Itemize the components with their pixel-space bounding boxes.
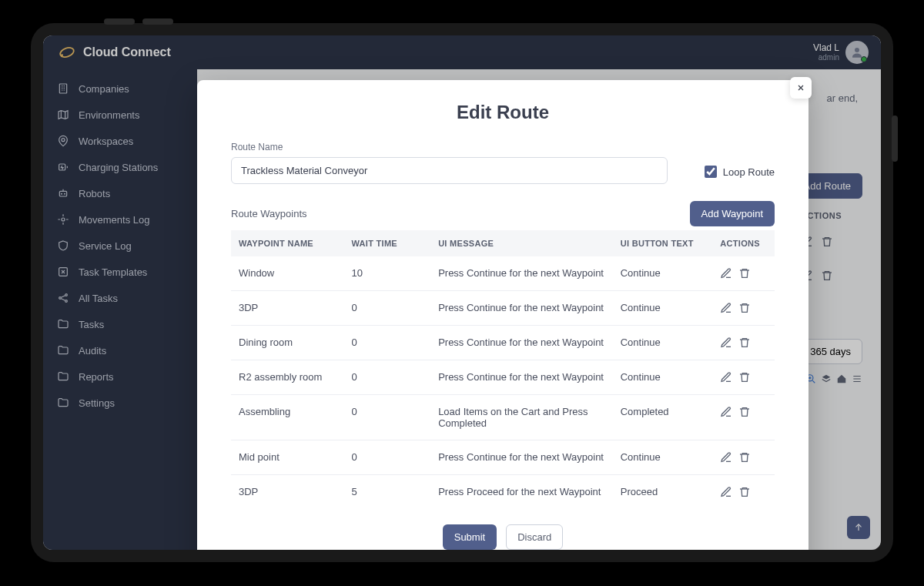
waypoint-msg: Press Continue for the next Waypoint [430, 440, 613, 475]
modal-title: Edit Route [231, 102, 775, 123]
waypoints-table: WAYPOINT NAME WAIT TIME UI MESSAGE UI BU… [231, 230, 775, 509]
waypoint-msg: Press Continue for the next Waypoint [430, 291, 613, 326]
table-row: 3DP0Press Continue for the next Waypoint… [231, 291, 775, 326]
table-row: R2 assembly room0Press Continue for the … [231, 360, 775, 395]
loop-route-checkbox[interactable]: Loop Route [705, 166, 775, 184]
edit-icon[interactable] [720, 451, 732, 464]
loop-route-input[interactable] [705, 166, 717, 178]
trash-icon[interactable] [738, 302, 751, 314]
waypoint-msg: Press Continue for the next Waypoint [430, 326, 613, 360]
waypoint-wait: 0 [343, 395, 430, 440]
screen: Cloud Connect Vlad L admin CompaniesEnvi… [43, 35, 881, 550]
waypoint-wait: 0 [343, 291, 430, 326]
route-name-input[interactable] [231, 157, 668, 184]
waypoint-wait: 5 [343, 475, 430, 510]
waypoint-msg: Load Items on the Cart and Press Complet… [430, 395, 613, 440]
submit-button[interactable]: Submit [443, 524, 497, 550]
waypoint-btn: Continue [613, 440, 713, 475]
edit-icon[interactable] [720, 406, 732, 418]
col-waypoint-name: WAYPOINT NAME [231, 230, 343, 256]
waypoint-name: Assembling [231, 395, 343, 440]
waypoint-btn: Proceed [613, 475, 713, 510]
col-ui-button: UI BUTTON TEXT [613, 230, 713, 256]
waypoint-wait: 0 [343, 326, 430, 360]
add-waypoint-button[interactable]: Add Waypoint [690, 201, 775, 226]
waypoint-name: 3DP [231, 291, 343, 326]
waypoint-btn: Continue [613, 291, 713, 326]
waypoint-btn: Continue [613, 326, 713, 360]
waypoint-wait: 0 [343, 440, 430, 475]
waypoint-wait: 10 [343, 256, 430, 291]
table-row: Assembling0Load Items on the Cart and Pr… [231, 395, 775, 440]
trash-icon[interactable] [738, 267, 751, 280]
tablet-frame: Cloud Connect Vlad L admin CompaniesEnvi… [31, 23, 893, 562]
tablet-hw-button [142, 18, 173, 25]
col-wait-time: WAIT TIME [343, 230, 430, 256]
discard-button[interactable]: Discard [506, 524, 563, 550]
waypoint-msg: Press Continue for the next Waypoint [430, 360, 613, 395]
edit-icon[interactable] [720, 267, 732, 280]
waypoint-btn: Continue [613, 360, 713, 395]
edit-icon[interactable] [720, 302, 732, 314]
waypoint-btn: Continue [613, 256, 713, 291]
table-row: Dining room0Press Continue for the next … [231, 326, 775, 360]
tablet-hw-button [104, 18, 135, 25]
table-row: Mid point0Press Continue for the next Wa… [231, 440, 775, 475]
edit-route-modal: Edit Route Route Name Loop Route Route W… [197, 80, 808, 550]
trash-icon[interactable] [738, 337, 751, 349]
waypoint-name: 3DP [231, 475, 343, 510]
waypoint-btn: Completed [613, 395, 713, 440]
close-button[interactable] [790, 77, 812, 99]
waypoint-name: Mid point [231, 440, 343, 475]
trash-icon[interactable] [738, 406, 751, 418]
table-row: 3DP5Press Proceed for the next WaypointP… [231, 475, 775, 510]
edit-icon[interactable] [720, 337, 732, 349]
waypoint-name: R2 assembly room [231, 360, 343, 395]
col-ui-message: UI MESSAGE [430, 230, 613, 256]
waypoint-msg: Press Proceed for the next Waypoint [430, 475, 613, 510]
waypoint-wait: 0 [343, 360, 430, 395]
trash-icon[interactable] [738, 486, 751, 498]
route-name-label: Route Name [231, 142, 668, 152]
edit-icon[interactable] [720, 486, 732, 498]
waypoint-msg: Press Continue for the next Waypoint [430, 256, 613, 291]
col-actions: ACTIONS [712, 230, 775, 256]
tablet-hw-button [892, 116, 898, 162]
trash-icon[interactable] [738, 371, 751, 383]
waypoint-name: Window [231, 256, 343, 291]
waypoint-name: Dining room [231, 326, 343, 360]
edit-icon[interactable] [720, 371, 732, 383]
trash-icon[interactable] [738, 451, 751, 464]
table-row: Window10Press Continue for the next Wayp… [231, 256, 775, 291]
waypoints-section-label: Route Waypoints [231, 208, 307, 219]
loop-route-label: Loop Route [723, 166, 775, 178]
close-icon [796, 83, 805, 92]
